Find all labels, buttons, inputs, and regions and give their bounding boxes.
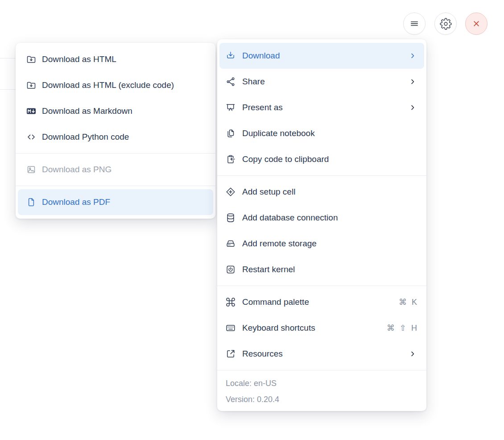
- keyboard-icon: [225, 323, 236, 333]
- menu-item-label: Share: [242, 77, 408, 87]
- menu-item-restart-kernel[interactable]: Restart kernel: [219, 257, 424, 282]
- menu-item-label: Present as: [242, 103, 408, 112]
- menu-item-present-as[interactable]: Present as: [219, 95, 424, 120]
- menu-item-label: Download as HTML (exclude code): [42, 80, 206, 90]
- external-link-icon: [225, 349, 236, 359]
- share-icon: [225, 76, 236, 87]
- remote-storage-icon: [225, 238, 236, 249]
- download-submenu: Download as HTML Download as HTML (exclu…: [16, 43, 215, 219]
- chevron-right-icon: [408, 51, 417, 60]
- menu-item-label: Download as Markdown: [42, 106, 206, 116]
- menu-divider: [217, 175, 426, 176]
- notebook-app-screen: Download as HTML Download as HTML (exclu…: [0, 0, 504, 440]
- markdown-icon: [26, 106, 37, 116]
- clipboard-import-icon: [225, 154, 236, 165]
- menu-item-add-setup-cell[interactable]: Add setup cell: [219, 179, 424, 205]
- menu-item-download-as-png: Download as PNG: [18, 157, 213, 183]
- close-button[interactable]: [465, 12, 487, 35]
- hamburger-icon: [409, 18, 420, 29]
- menu-item-add-database-connection[interactable]: Add database connection: [219, 205, 424, 231]
- background-cell-border: [0, 58, 16, 58]
- menu-item-command-palette[interactable]: Command palette ⌘ K: [219, 289, 424, 315]
- folder-download-icon: [26, 80, 37, 91]
- menu-divider: [16, 153, 215, 154]
- diamond-plus-icon: [225, 187, 236, 197]
- command-icon: [225, 297, 236, 307]
- keyboard-shortcut-hint: ⌘ K: [399, 297, 417, 307]
- main-menu-button[interactable]: [403, 12, 426, 35]
- menu-item-download-as-markdown[interactable]: Download as Markdown: [18, 98, 213, 124]
- chevron-right-icon: [408, 103, 417, 112]
- version-info: Version: 0.20.4: [217, 391, 426, 407]
- menu-divider: [16, 186, 215, 186]
- gear-icon: [440, 18, 452, 30]
- file-icon: [26, 197, 37, 208]
- download-icon: [225, 50, 236, 61]
- code-icon: [26, 132, 37, 142]
- menu-item-download-as-html[interactable]: Download as HTML: [18, 46, 213, 72]
- menu-divider: [217, 286, 426, 286]
- menu-item-label: Add database connection: [242, 213, 417, 223]
- menu-item-label: Resources: [242, 349, 408, 359]
- menu-item-download-as-pdf[interactable]: Download as PDF: [18, 189, 213, 215]
- menu-item-duplicate-notebook[interactable]: Duplicate notebook: [219, 120, 424, 146]
- menu-item-download-as-html-exclude-code[interactable]: Download as HTML (exclude code): [18, 72, 213, 98]
- folder-download-icon: [26, 54, 37, 65]
- menu-item-label: Keyboard shortcuts: [242, 323, 387, 333]
- menu-divider: [217, 370, 426, 370]
- menu-item-label: Restart kernel: [242, 265, 417, 274]
- close-icon: [471, 18, 482, 29]
- keyboard-shortcut-hint: ⌘ ⇧ H: [387, 323, 417, 333]
- menu-item-resources[interactable]: Resources: [219, 341, 424, 367]
- notebook-main-menu: Download Share: [217, 39, 426, 411]
- menu-item-keyboard-shortcuts[interactable]: Keyboard shortcuts ⌘ ⇧ H: [219, 315, 424, 341]
- menu-item-copy-code-to-clipboard[interactable]: Copy code to clipboard: [219, 146, 424, 172]
- menu-item-label: Download: [242, 51, 408, 61]
- menu-item-label: Download Python code: [42, 132, 206, 142]
- locale-info: Locale: en-US: [217, 375, 426, 391]
- menu-item-label: Add remote storage: [242, 239, 417, 249]
- database-icon: [225, 212, 236, 223]
- presentation-icon: [225, 102, 236, 113]
- menu-item-add-remote-storage[interactable]: Add remote storage: [219, 231, 424, 257]
- chevron-right-icon: [408, 349, 417, 358]
- restart-kernel-icon: [225, 264, 236, 275]
- menu-item-label: Download as PDF: [42, 197, 206, 207]
- image-icon: [26, 164, 37, 175]
- menu-item-label: Download as PNG: [42, 165, 206, 174]
- menu-item-label: Duplicate notebook: [242, 129, 417, 138]
- settings-button[interactable]: [434, 12, 457, 35]
- menu-item-label: Add setup cell: [242, 187, 417, 197]
- menu-item-share[interactable]: Share: [219, 69, 424, 95]
- chevron-right-icon: [408, 77, 417, 86]
- menu-item-download[interactable]: Download: [219, 43, 424, 69]
- duplicate-icon: [225, 128, 236, 139]
- menu-item-label: Copy code to clipboard: [242, 154, 417, 164]
- background-cell-border: [0, 89, 16, 90]
- menu-item-download-python-code[interactable]: Download Python code: [18, 124, 213, 150]
- menu-item-label: Download as HTML: [42, 54, 206, 64]
- menu-footer: Locale: en-US Version: 0.20.4: [217, 374, 426, 407]
- menu-item-label: Command palette: [242, 297, 399, 307]
